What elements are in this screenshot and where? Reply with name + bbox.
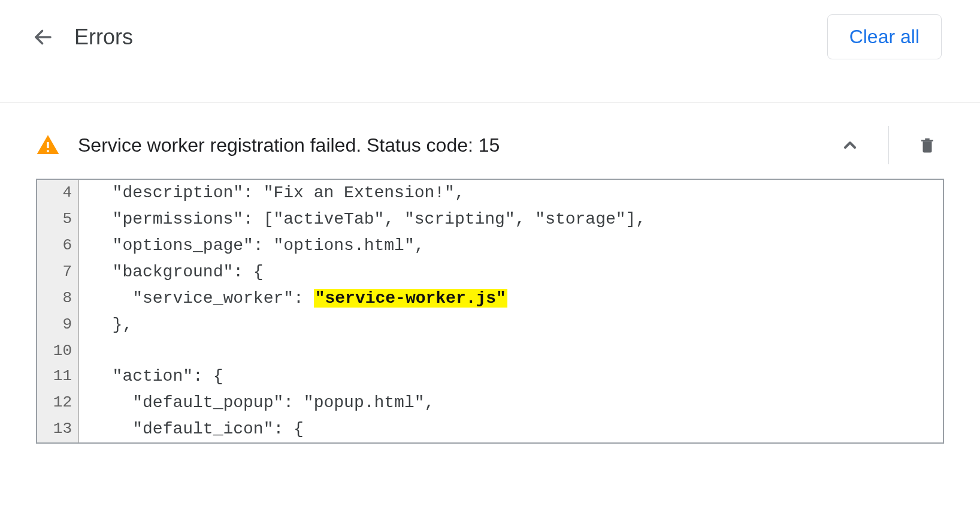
line-number: 11 bbox=[37, 363, 79, 390]
line-number: 6 bbox=[37, 233, 79, 259]
line-number: 7 bbox=[37, 259, 79, 285]
highlighted-token: "service-worker.js" bbox=[314, 289, 507, 308]
code-content: "service_worker": "service-worker.js" bbox=[79, 285, 507, 312]
code-line: 5 "permissions": ["activeTab", "scriptin… bbox=[37, 206, 943, 233]
error-title: Service worker registration failed. Stat… bbox=[78, 134, 833, 156]
line-number: 4 bbox=[37, 180, 79, 206]
code-line: 9 }, bbox=[37, 312, 943, 338]
code-line: 12 "default_popup": "popup.html", bbox=[37, 390, 943, 416]
code-snippet: 4 "description": "Fix an Extension!",5 "… bbox=[36, 179, 944, 444]
code-content: "options_page": "options.html", bbox=[79, 233, 425, 259]
page-title: Errors bbox=[74, 25, 827, 50]
svg-rect-2 bbox=[47, 150, 49, 152]
code-line: 4 "description": "Fix an Extension!", bbox=[37, 180, 943, 206]
vertical-divider bbox=[888, 126, 889, 164]
code-content: "default_icon": { bbox=[79, 416, 304, 442]
error-card: Service worker registration failed. Stat… bbox=[36, 121, 944, 444]
code-content: "default_popup": "popup.html", bbox=[79, 390, 434, 416]
code-line: 8 "service_worker": "service-worker.js" bbox=[37, 285, 943, 312]
arrow-left-icon bbox=[32, 26, 54, 48]
chevron-up-icon bbox=[840, 135, 860, 155]
warning-icon bbox=[36, 133, 60, 157]
clear-all-button[interactable]: Clear all bbox=[827, 14, 942, 59]
error-header: Service worker registration failed. Stat… bbox=[36, 121, 944, 179]
code-content: }, bbox=[79, 312, 132, 338]
delete-error-button[interactable] bbox=[911, 128, 944, 162]
code-line: 10 bbox=[37, 338, 943, 363]
line-number: 5 bbox=[37, 206, 79, 233]
header-divider bbox=[0, 103, 980, 103]
code-line: 11 "action": { bbox=[37, 363, 943, 390]
collapse-button[interactable] bbox=[833, 128, 867, 162]
line-number: 8 bbox=[37, 285, 79, 312]
code-content: "background": { bbox=[79, 259, 264, 285]
line-number: 10 bbox=[37, 338, 79, 363]
line-number: 9 bbox=[37, 312, 79, 338]
line-number: 13 bbox=[37, 416, 79, 442]
code-content: "action": { bbox=[79, 363, 223, 390]
trash-icon bbox=[918, 136, 936, 154]
back-button[interactable] bbox=[29, 23, 58, 52]
code-content: "permissions": ["activeTab", "scripting"… bbox=[79, 206, 646, 233]
code-line: 7 "background": { bbox=[37, 259, 943, 285]
code-content: "description": "Fix an Extension!", bbox=[79, 180, 465, 206]
code-line: 6 "options_page": "options.html", bbox=[37, 233, 943, 259]
code-content bbox=[79, 338, 92, 363]
code-line: 13 "default_icon": { bbox=[37, 416, 943, 442]
line-number: 12 bbox=[37, 390, 79, 416]
page-header: Errors Clear all bbox=[0, 0, 980, 74]
svg-rect-1 bbox=[47, 142, 49, 148]
